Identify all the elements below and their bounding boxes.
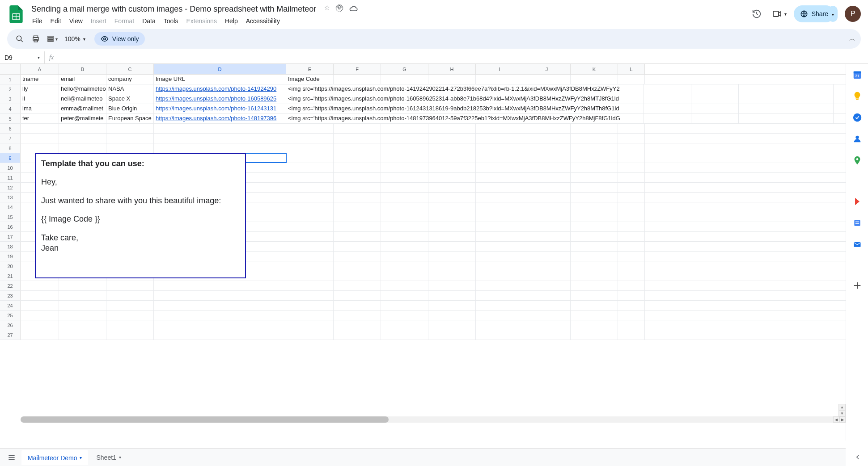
view-only-badge[interactable]: View only xyxy=(94,32,145,46)
name-box-input[interactable] xyxy=(4,54,27,61)
cell[interactable] xyxy=(21,124,59,133)
cell[interactable] xyxy=(691,84,739,94)
menu-tools[interactable]: Tools xyxy=(160,16,182,26)
col-header-K[interactable]: K xyxy=(571,64,618,74)
collapse-toolbar-icon[interactable]: ︿ xyxy=(849,35,855,43)
cell[interactable] xyxy=(618,291,645,300)
menu-help[interactable]: Help xyxy=(221,16,241,26)
calendar-icon[interactable]: 31 xyxy=(852,69,863,80)
cell[interactable] xyxy=(106,320,154,330)
cell[interactable] xyxy=(21,311,59,320)
cell[interactable] xyxy=(334,173,381,182)
cell[interactable] xyxy=(154,143,286,153)
cell[interactable] xyxy=(154,124,286,133)
cell[interactable] xyxy=(59,330,106,340)
cell[interactable] xyxy=(523,252,571,261)
cell[interactable] xyxy=(334,163,381,172)
cell[interactable] xyxy=(523,183,571,192)
cell[interactable] xyxy=(476,153,523,163)
cell[interactable] xyxy=(381,183,428,192)
cell[interactable] xyxy=(106,143,154,153)
cell[interactable] xyxy=(618,212,645,222)
col-header-I[interactable]: I xyxy=(476,64,523,74)
cell[interactable] xyxy=(476,212,523,222)
row-header[interactable]: 11 xyxy=(0,173,21,182)
scroll-down-icon[interactable]: ▼ xyxy=(838,410,846,416)
cell[interactable] xyxy=(618,320,645,330)
row-header[interactable]: 12 xyxy=(0,183,21,192)
cell[interactable]: NASA xyxy=(106,84,154,94)
print-icon[interactable] xyxy=(29,32,43,46)
cell[interactable] xyxy=(618,75,645,84)
cloud-status-icon[interactable] xyxy=(349,4,358,14)
cell[interactable] xyxy=(476,193,523,202)
scroll-left-icon[interactable]: ◀ xyxy=(833,416,839,423)
cell[interactable] xyxy=(571,212,618,222)
addon2-icon[interactable] xyxy=(852,218,863,228)
cell[interactable] xyxy=(644,94,691,104)
cell[interactable] xyxy=(286,212,334,222)
cell[interactable] xyxy=(476,163,523,172)
cell[interactable] xyxy=(476,242,523,251)
cell[interactable] xyxy=(381,124,428,133)
cell[interactable] xyxy=(739,94,786,104)
menu-insert[interactable]: Insert xyxy=(87,16,110,26)
cell[interactable] xyxy=(834,104,846,113)
cell[interactable] xyxy=(334,134,381,143)
cell[interactable] xyxy=(571,311,618,320)
col-header-D[interactable]: D xyxy=(154,64,286,74)
cell[interactable] xyxy=(381,242,428,251)
cell[interactable]: Image Code xyxy=(286,75,334,84)
cell[interactable] xyxy=(476,291,523,300)
cell[interactable] xyxy=(571,202,618,212)
cell[interactable] xyxy=(618,281,645,290)
document-title[interactable]: Sending a mail merge with custom images … xyxy=(29,4,319,15)
cell[interactable] xyxy=(523,163,571,172)
cell[interactable]: ter xyxy=(21,114,59,123)
menu-accessibility[interactable]: Accessibility xyxy=(242,16,284,26)
cell[interactable] xyxy=(106,281,154,290)
menu-extensions[interactable]: Extensions xyxy=(182,16,220,26)
cell[interactable] xyxy=(59,301,106,310)
cell[interactable] xyxy=(476,330,523,340)
cell[interactable] xyxy=(154,281,286,290)
cell[interactable] xyxy=(476,271,523,281)
cell[interactable] xyxy=(476,134,523,143)
cell[interactable] xyxy=(428,232,476,241)
cell[interactable] xyxy=(571,281,618,290)
cell[interactable] xyxy=(571,124,618,133)
cell[interactable] xyxy=(571,271,618,281)
cell[interactable] xyxy=(334,291,381,300)
cell[interactable] xyxy=(381,320,428,330)
cell[interactable] xyxy=(644,84,691,94)
cell[interactable]: company xyxy=(106,75,154,84)
cell[interactable] xyxy=(381,291,428,300)
cell[interactable] xyxy=(523,212,571,222)
cell[interactable] xyxy=(571,163,618,172)
cell[interactable] xyxy=(834,84,846,94)
row-header[interactable]: 5 xyxy=(0,114,21,123)
cell[interactable] xyxy=(286,222,334,231)
cell[interactable] xyxy=(523,311,571,320)
scroll-up-icon[interactable]: ▲ xyxy=(838,404,846,410)
cell[interactable] xyxy=(786,84,834,94)
cell[interactable] xyxy=(428,291,476,300)
row-header[interactable]: 17 xyxy=(0,232,21,241)
star-icon[interactable]: ☆ xyxy=(324,4,330,14)
cell[interactable] xyxy=(286,163,334,172)
cell[interactable] xyxy=(618,173,645,182)
cell[interactable] xyxy=(476,232,523,241)
cell[interactable] xyxy=(476,301,523,310)
cell[interactable] xyxy=(571,222,618,231)
cell[interactable] xyxy=(334,261,381,271)
cell[interactable] xyxy=(334,212,381,222)
row-header[interactable]: 13 xyxy=(0,193,21,202)
cell[interactable] xyxy=(59,311,106,320)
cell[interactable] xyxy=(154,320,286,330)
row-header[interactable]: 2 xyxy=(0,84,21,94)
cell[interactable] xyxy=(381,252,428,261)
cell[interactable] xyxy=(381,75,428,84)
cell[interactable] xyxy=(476,320,523,330)
menu-data[interactable]: Data xyxy=(139,16,159,26)
cell[interactable] xyxy=(428,212,476,222)
